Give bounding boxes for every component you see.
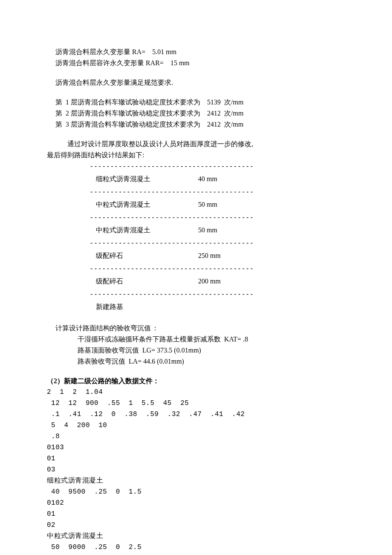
data-line: 01	[47, 454, 345, 464]
deflection-lg: 路基顶面验收弯沉值 LG= 373.5 (0.01mm)	[47, 345, 345, 356]
data-line: 01	[47, 509, 345, 519]
layer-row: 级配碎石200 mm	[47, 274, 345, 289]
layer-row: 细粒式沥青混凝土40 mm	[47, 171, 345, 187]
layer-row: 中粒式沥青混凝土50 mm	[47, 197, 345, 212]
layer-divider: ----------------------------------------	[89, 289, 345, 299]
deflection-kat: 干湿循环或冻融循环条件下路基土模量折减系数 KAT= .8	[47, 334, 345, 344]
layer-thickness: 200 mm	[198, 276, 249, 286]
layer-name: 细粒式沥青混凝土	[47, 174, 198, 184]
data-line: 50 9000 .25 0 2.5	[47, 542, 345, 552]
data-line: 02	[47, 520, 345, 530]
layer-thickness: 50 mm	[198, 225, 249, 235]
layer-divider: ----------------------------------------	[89, 263, 345, 274]
layer-divider: ----------------------------------------	[89, 187, 345, 197]
data-line: 细粒式沥青混凝土	[47, 476, 345, 486]
data-line: 2 1 2 1.04	[47, 387, 345, 397]
data-line: 03	[47, 465, 345, 475]
structure-layers: ----------------------------------------…	[47, 161, 345, 315]
data-line: 0103	[47, 442, 345, 453]
rutting-layer-1: 第 1 层沥青混合料车辙试验动稳定度技术要求为 5139 次/mm	[47, 97, 345, 107]
layer-row: 中粒式沥青混凝土50 mm	[47, 223, 345, 238]
design-intro-line2: 最后得到路面结构设计结果如下:	[47, 150, 345, 160]
layer-thickness: 40 mm	[198, 174, 249, 184]
data-line: .1 .41 .12 0 .38 .59 .32 .47 .41 .42	[47, 409, 345, 419]
data-line: 中粒式沥青混凝土	[47, 531, 345, 541]
layer-divider: ----------------------------------------	[89, 212, 345, 223]
data-line: 5 4 200 10	[47, 420, 345, 431]
deflection-title: 计算设计路面结构的验收弯沉值 :	[47, 323, 345, 333]
rutting-layer-3: 第 3 层沥青混合料车辙试验动稳定度技术要求为 2412 次/mm	[47, 119, 345, 130]
rutting-layer-2: 第 2 层沥青混合料车辙试验动稳定度技术要求为 2412 次/mm	[47, 108, 345, 119]
layer-thickness	[198, 302, 249, 312]
layer-name: 中粒式沥青混凝土	[47, 225, 198, 235]
deform-satisfy: 沥青混合料层永久变形量满足规范要求.	[47, 78, 345, 88]
layer-divider: ----------------------------------------	[89, 238, 345, 248]
design-intro-line1: 通过对设计层厚度取整以及设计人员对路面厚度进一步的修改,	[47, 139, 345, 149]
layer-thickness: 50 mm	[198, 199, 249, 210]
layer-name: 新建路基	[47, 302, 198, 312]
layer-row: 级配碎石250 mm	[47, 248, 345, 263]
data-line: .8	[47, 431, 345, 442]
deflection-la: 路表验收弯沉值 LA= 44.6 (0.01mm)	[47, 356, 345, 367]
input-data-file: 2 1 2 1.04 12 12 900 .55 1 5.5 45 25 .1 …	[47, 387, 345, 552]
deform-ra: 沥青混合料层永久变形量 RA= 5.01 mm	[47, 47, 345, 57]
layer-row: 新建路基	[47, 299, 345, 315]
data-line: 40 9500 .25 0 1.5	[47, 487, 345, 497]
layer-thickness: 250 mm	[198, 251, 249, 261]
layer-divider: ----------------------------------------	[89, 161, 345, 171]
layer-name: 级配碎石	[47, 276, 198, 286]
data-line: 12 12 900 .55 1 5.5 45 25	[47, 398, 345, 408]
data-line: 0102	[47, 498, 345, 508]
layer-name: 级配碎石	[47, 251, 198, 261]
section2-title: （2）新建二级公路的输入数据文件：	[47, 376, 345, 386]
layer-name: 中粒式沥青混凝土	[47, 199, 198, 210]
deform-rar: 沥青混合料层容许永久变形量 RAR= 15 mm	[47, 58, 345, 68]
